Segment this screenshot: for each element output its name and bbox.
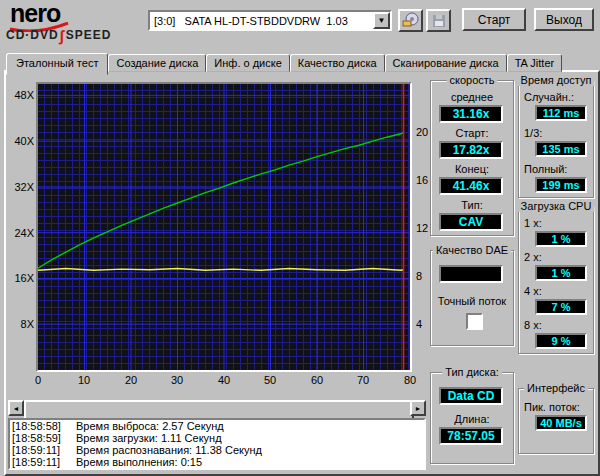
x-axis-tick: 30 (165, 374, 189, 386)
y-axis-tick: 48X (8, 89, 34, 101)
drive-selector[interactable]: [3:0] SATA HL-DT-STBDDVDRW 1.03 ▼ (148, 10, 392, 31)
cpu-2x-label: 2 x: (524, 251, 542, 263)
scroll-right-icon[interactable]: ► (410, 400, 426, 416)
log-row[interactable]: [18:59:11] Время выполнения: 0:15 (10, 456, 424, 468)
x-axis-tick: 50 (258, 374, 282, 386)
dae-group-title: Качество DAE (433, 244, 511, 256)
log-text: Время загрузки: 1.11 Секунд (76, 432, 222, 444)
disc-length-display: 78:57.05 (439, 427, 503, 445)
cd-dvd-speed-logo-text: CD·DVD∫SPEED (6, 28, 111, 42)
cpu-usage-group-title: Загрузка CPU (518, 200, 595, 212)
scrollbar-thumb[interactable] (24, 400, 414, 420)
benchmark-page: 48X 40X 32X 24X 16X 8X 20 16 12 8 4 0 10… (4, 70, 600, 476)
log-time: [18:58:59] (10, 432, 76, 444)
cpu-1x-display: 1 % (535, 231, 587, 247)
access-time-group-title: Время доступ (518, 74, 595, 86)
y2-axis-tick: 4 (416, 318, 430, 330)
average-label: среднее (431, 91, 513, 103)
hand-disc-icon (402, 12, 419, 29)
tab-bar: Эталонный тест Создание диска Инф. о дис… (6, 53, 562, 72)
end-speed-label: Конец: (431, 163, 513, 175)
random-access-label: Случайн.: (524, 91, 574, 103)
tab-disc-quality[interactable]: Качество диска (290, 54, 385, 72)
scroll-left-icon[interactable]: ◄ (8, 400, 24, 416)
logo-speed-word: SPEED (66, 28, 112, 42)
x-axis-tick: 0 (26, 374, 50, 386)
random-access-display: 112 ms (535, 105, 587, 121)
log-text: Время распознавания: 11.38 Секунд (76, 444, 262, 456)
x-axis-tick: 20 (119, 374, 143, 386)
log-time: [18:59:11] (10, 456, 76, 468)
log-list[interactable]: [18:58:58] Время выброса: 2.57 Секунд [1… (8, 418, 426, 470)
disc-length-label: Длина: (431, 413, 513, 425)
dae-quality-group: Качество DAE Точный поток (430, 250, 514, 346)
tab-disc-info[interactable]: Инф. о диске (206, 54, 289, 72)
tab-ta-jitter[interactable]: TA Jitter (507, 54, 563, 72)
tab-benchmark[interactable]: Эталонный тест (6, 53, 108, 75)
one-third-access-label: 1/3: (524, 127, 542, 139)
y2-axis-tick: 16 (416, 174, 430, 186)
average-speed-display: 31.16x (439, 105, 503, 123)
plot-area (36, 82, 412, 372)
start-button[interactable]: Старт (462, 8, 526, 31)
dae-quality-display (439, 265, 503, 283)
x-axis-tick: 10 (72, 374, 96, 386)
y2-axis-tick: 20 (416, 126, 430, 138)
drive-selector-value: [3:0] SATA HL-DT-STBDDVDRW 1.03 (150, 15, 373, 27)
app-logo: nero CD·DVD∫SPEED (0, 0, 140, 48)
speed-type-label: Тип: (431, 199, 513, 211)
full-access-display: 199 ms (535, 177, 587, 193)
logo-cddvd: CD·DVD (6, 28, 59, 42)
tab-scan-disc[interactable]: Сканирование диска (385, 54, 507, 72)
speed-group-title: скорость (446, 74, 497, 86)
cpu-8x-display: 9 % (535, 333, 587, 349)
log-row[interactable]: [18:59:11] Время распознавания: 11.38 Се… (10, 444, 424, 456)
interface-group: Интерфейс Пик. поток: 40 MB/s (518, 388, 594, 454)
one-third-access-display: 135 ms (535, 141, 587, 157)
chevron-down-icon[interactable]: ▼ (373, 12, 390, 29)
full-access-label: Полный: (524, 163, 567, 175)
exit-button[interactable]: Выход (534, 8, 594, 31)
cpu-1x-label: 1 x: (524, 217, 542, 229)
y2-axis-tick: 12 (416, 222, 430, 234)
y-axis-tick: 8X (8, 318, 34, 330)
burst-rate-label: Пик. поток: (524, 401, 580, 413)
accurate-stream-checkbox[interactable] (466, 313, 483, 330)
log-horizontal-scrollbar[interactable]: ◄ ► (8, 400, 426, 416)
accurate-stream-label: Точный поток (431, 295, 513, 307)
integral-icon: ∫ (60, 30, 65, 42)
speed-type-display: CAV (439, 213, 503, 231)
log-text: Время выполнения: 0:15 (76, 456, 202, 468)
floppy-save-icon (431, 13, 447, 29)
cpu-4x-display: 7 % (535, 299, 587, 315)
speed-chart: 48X 40X 32X 24X 16X 8X 20 16 12 8 4 0 10… (8, 74, 430, 392)
log-row[interactable]: [18:58:59] Время загрузки: 1.11 Секунд (10, 432, 424, 444)
disc-type-display: Data CD (439, 387, 503, 405)
log-row[interactable]: [18:58:58] Время выброса: 2.57 Секунд (10, 420, 424, 432)
interface-group-title: Интерфейс (524, 382, 588, 394)
save-button[interactable] (426, 9, 451, 32)
speed-group: скорость среднее 31.16x Старт: 17.82x Ко… (430, 80, 514, 236)
y-axis-tick: 32X (8, 181, 34, 193)
benchmark-plot (38, 84, 410, 370)
end-speed-display: 41.46x (439, 177, 503, 195)
burst-rate-display: 40 MB/s (535, 415, 587, 431)
y-axis-tick: 16X (8, 272, 34, 284)
tab-create-disc[interactable]: Создание диска (108, 54, 206, 72)
cpu-usage-group: Загрузка CPU 1 x: 1 % 2 x: 1 % 4 x: 7 % … (518, 206, 594, 354)
start-speed-label: Старт: (431, 127, 513, 139)
cpu-2x-display: 1 % (535, 265, 587, 281)
x-axis-tick: 80 (398, 374, 422, 386)
y2-axis-tick: 8 (416, 270, 430, 282)
start-speed-display: 17.82x (439, 141, 503, 159)
access-time-group: Время доступ Случайн.: 112 ms 1/3: 135 m… (518, 80, 594, 198)
log-time: [18:59:11] (10, 444, 76, 456)
disc-type-group: Тип диска: Data CD Длина: 78:57.05 (430, 372, 514, 464)
cpu-8x-label: 8 x: (524, 319, 542, 331)
cpu-4x-label: 4 x: (524, 285, 542, 297)
disc-type-group-title: Тип диска: (442, 366, 502, 378)
x-axis-tick: 70 (351, 374, 375, 386)
log-text: Время выброса: 2.57 Секунд (76, 420, 224, 432)
hand-disc-button[interactable] (398, 9, 423, 32)
x-axis-tick: 60 (305, 374, 329, 386)
